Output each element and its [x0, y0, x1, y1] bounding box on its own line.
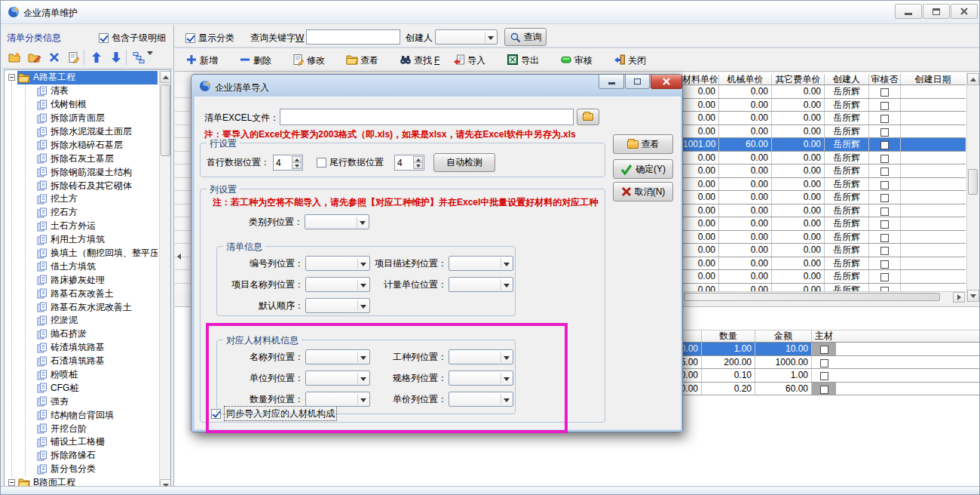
- tree-item[interactable]: 挖石方: [5, 206, 158, 220]
- rcj-column-dropdown[interactable]: [305, 370, 370, 386]
- spin-down-button[interactable]: [413, 162, 423, 169]
- audit-checkbox[interactable]: [880, 273, 889, 281]
- tree-item[interactable]: 拆除砖石及其它砌体: [5, 179, 158, 192]
- auto-detect-button[interactable]: 自动检测: [433, 153, 495, 172]
- close-button[interactable]: 关闭: [614, 54, 663, 68]
- tree-item[interactable]: 借土方填筑: [5, 260, 158, 273]
- modify-button[interactable]: 修改: [292, 54, 342, 68]
- tree-item[interactable]: 拆除水泥混凝土面层: [5, 125, 158, 139]
- tree-item[interactable]: 利用土方填筑: [5, 233, 158, 247]
- tree-vertical-scrollbar[interactable]: [159, 71, 171, 492]
- audit-checkbox[interactable]: [880, 181, 889, 189]
- tree-item[interactable]: 拆除沥青面层: [5, 112, 158, 125]
- tree-toolbar-arrow-down-button[interactable]: [108, 49, 124, 66]
- tree-item[interactable]: 路基石灰水泥改善土: [5, 300, 158, 314]
- audit-checkbox[interactable]: [880, 88, 889, 97]
- show-category-checkbox[interactable]: 显示分类: [185, 31, 234, 45]
- scroll-down-button[interactable]: [967, 290, 979, 302]
- column-header[interactable]: 创建人: [825, 74, 869, 85]
- table-row[interactable]: 0.000.000.00岳所辉: [683, 191, 966, 204]
- audit-checkbox[interactable]: [880, 220, 889, 229]
- tree-item[interactable]: 石渣填筑路基: [5, 355, 158, 368]
- rcj-column-dropdown[interactable]: [449, 349, 513, 364]
- column-header[interactable]: 金额: [755, 331, 812, 342]
- delete-button[interactable]: 删除: [239, 54, 289, 68]
- tree-item[interactable]: 挖淤泥: [5, 314, 158, 327]
- export-button[interactable]: 导出: [507, 54, 556, 68]
- ok-button[interactable]: 确定(Y): [613, 159, 673, 179]
- tree-item[interactable]: 路床掺灰处理: [5, 273, 158, 287]
- audit-checkbox[interactable]: [880, 194, 889, 202]
- audit-checkbox[interactable]: [880, 247, 889, 255]
- table-row[interactable]: 0.000.000.00岳所辉: [683, 178, 966, 192]
- category-column-dropdown[interactable]: [305, 214, 369, 229]
- table-row[interactable]: 1001.0060.000.00岳所辉: [683, 138, 966, 152]
- column-header[interactable]: 主材: [812, 331, 836, 342]
- main-material-checkbox[interactable]: [820, 346, 828, 354]
- chevron-down-icon[interactable]: [147, 55, 153, 69]
- audit-checkbox[interactable]: [880, 115, 889, 123]
- tree-item[interactable]: 拆除石灰土基层: [5, 152, 158, 165]
- tree-toolbar-edit-folder-button[interactable]: [26, 49, 43, 66]
- table-row[interactable]: 0.000.000.00岳所辉: [683, 284, 966, 292]
- find-button[interactable]: 查找F: [400, 54, 449, 68]
- table-row[interactable]: 0.000.2060.00: [683, 383, 980, 396]
- rcj-column-dropdown[interactable]: [305, 349, 370, 364]
- spin-down-button[interactable]: [292, 162, 302, 169]
- column-header[interactable]: 其它费单价: [772, 74, 825, 85]
- audit-checkbox[interactable]: [880, 155, 889, 163]
- audit-checkbox[interactable]: [880, 234, 889, 242]
- splitter-collapse-icon[interactable]: [177, 254, 181, 260]
- grid-vertical-scrollbar[interactable]: [966, 72, 979, 303]
- include-sub-checkbox[interactable]: 包含子级明细: [99, 31, 166, 45]
- expand-collapse-icon[interactable]: [8, 479, 15, 486]
- tree-toolbar-levels-button[interactable]: [130, 49, 147, 66]
- tree-item[interactable]: 路基石灰改善土: [5, 287, 158, 300]
- column-header[interactable]: 材料单价: [683, 74, 719, 85]
- tail-row-checkbox[interactable]: [317, 158, 326, 168]
- audit-checkbox[interactable]: [880, 168, 889, 176]
- tail-row-spinner[interactable]: 4: [394, 155, 424, 171]
- table-row[interactable]: 0.001.0010.00: [683, 343, 980, 356]
- cancel-button[interactable]: 取消(N): [613, 182, 673, 201]
- main-material-checkbox[interactable]: [820, 372, 828, 380]
- view-button[interactable]: 查看: [613, 134, 673, 154]
- tree-item[interactable]: 伐树刨根: [5, 98, 158, 112]
- scrollbar-thumb[interactable]: [161, 85, 170, 156]
- keyword-input[interactable]: [306, 29, 400, 45]
- close-button[interactable]: [951, 4, 978, 19]
- table-row[interactable]: 0.000.101.00: [683, 369, 980, 383]
- tree-item[interactable]: 砖渣填筑路基: [5, 341, 158, 355]
- rcj-column-dropdown[interactable]: [449, 392, 513, 407]
- main-material-checkbox[interactable]: [820, 386, 828, 394]
- audit-checkbox[interactable]: [880, 208, 889, 216]
- tree-item[interactable]: 清表: [5, 85, 158, 98]
- table-row[interactable]: 0.000.000.00岳所辉: [683, 244, 966, 257]
- add-button[interactable]: 新增: [185, 54, 235, 68]
- tree-toolbar-arrow-up-button[interactable]: [88, 49, 105, 66]
- column-header[interactable]: 数量: [702, 331, 755, 342]
- scrollbar-thumb[interactable]: [968, 169, 978, 195]
- audit-checkbox[interactable]: [880, 102, 889, 110]
- tree-item[interactable]: 拆除水稳碎石基层: [5, 138, 158, 152]
- minimize-button[interactable]: [895, 4, 922, 19]
- tree-toolbar-delete-x-button[interactable]: [46, 49, 63, 66]
- tree-toolbar-doc-edit-button[interactable]: [66, 49, 82, 66]
- table-row[interactable]: 0.000.000.00岳所辉: [683, 164, 966, 178]
- column-header[interactable]: [683, 331, 702, 342]
- maximize-button[interactable]: [923, 4, 950, 19]
- scrollbar-thumb[interactable]: [684, 293, 940, 301]
- table-row[interactable]: 0.000.000.00岳所辉: [683, 112, 966, 125]
- table-row[interactable]: 0.000.000.00岳所辉: [683, 204, 966, 218]
- import-button[interactable]: 导入: [453, 54, 503, 68]
- list-column-dropdown[interactable]: [305, 256, 370, 271]
- search-button[interactable]: 查询: [504, 28, 547, 46]
- rcj-column-dropdown[interactable]: [449, 370, 513, 386]
- tree-item[interactable]: 强夯: [5, 395, 158, 408]
- dialog-close-button[interactable]: [651, 75, 682, 89]
- table-row[interactable]: 0.000.000.00岳所辉: [683, 85, 966, 99]
- scroll-up-button[interactable]: [967, 73, 979, 85]
- list-column-dropdown[interactable]: [449, 256, 513, 271]
- tree-item[interactable]: 拆除钢筋混凝土结构: [5, 165, 158, 179]
- column-header[interactable]: 创建日期: [901, 74, 965, 85]
